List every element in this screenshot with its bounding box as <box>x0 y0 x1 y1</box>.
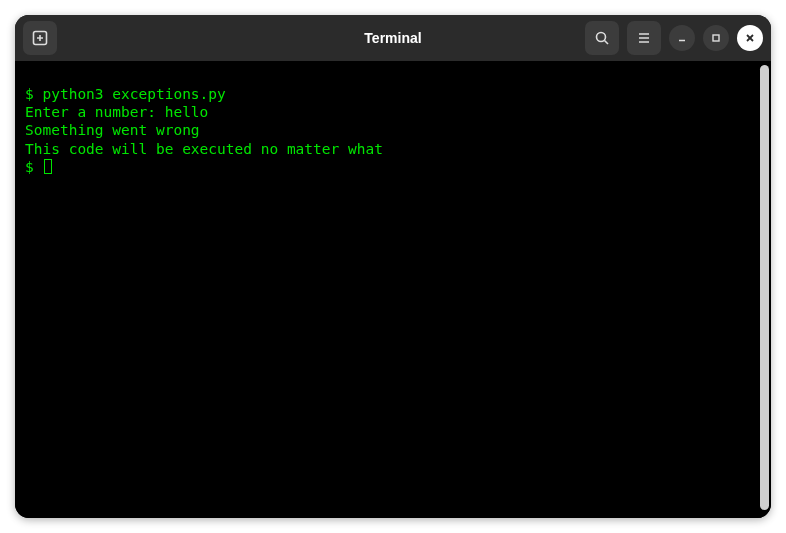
scrollbar[interactable] <box>760 65 769 510</box>
menu-button[interactable] <box>627 21 661 55</box>
maximize-button[interactable] <box>703 25 729 51</box>
new-tab-icon <box>31 29 49 47</box>
window-title: Terminal <box>364 30 421 46</box>
close-button[interactable] <box>737 25 763 51</box>
prompt-symbol: $ <box>25 86 34 102</box>
svg-rect-9 <box>713 35 719 41</box>
titlebar-left <box>23 21 57 55</box>
terminal-window: Terminal <box>15 15 771 518</box>
minimize-icon <box>676 32 688 44</box>
terminal-line: This code will be executed no matter wha… <box>25 140 761 158</box>
titlebar-right <box>585 21 763 55</box>
terminal-line: Enter a number: hello <box>25 103 761 121</box>
terminal-line: $ <box>25 158 761 176</box>
svg-point-3 <box>597 33 606 42</box>
search-button[interactable] <box>585 21 619 55</box>
svg-line-4 <box>605 41 609 45</box>
hamburger-icon <box>636 30 652 46</box>
terminal-line: Something went wrong <box>25 121 761 139</box>
terminal-line: $ python3 exceptions.py <box>25 85 761 103</box>
close-icon <box>744 32 756 44</box>
cursor <box>44 159 52 174</box>
command-text: python3 exceptions.py <box>42 86 225 102</box>
minimize-button[interactable] <box>669 25 695 51</box>
terminal-output[interactable]: $ python3 exceptions.pyEnter a number: h… <box>15 61 771 518</box>
prompt-symbol: $ <box>25 159 34 175</box>
titlebar: Terminal <box>15 15 771 61</box>
maximize-icon <box>710 32 722 44</box>
search-icon <box>594 30 610 46</box>
new-tab-button[interactable] <box>23 21 57 55</box>
